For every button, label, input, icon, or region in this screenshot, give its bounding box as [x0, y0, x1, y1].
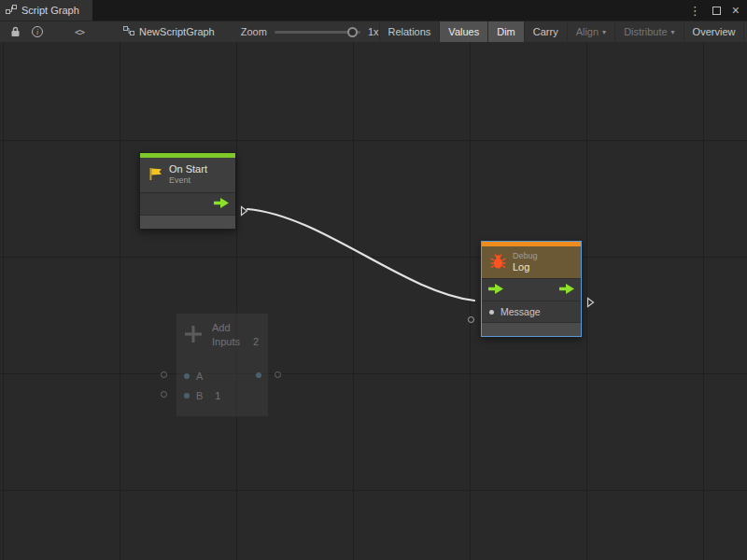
message-port[interactable] — [489, 310, 494, 315]
add-titles: Add Inputs 2 — [212, 322, 259, 347]
close-icon[interactable]: × — [732, 4, 740, 17]
add-port-rows: A B 1 — [176, 366, 268, 405]
port-a-label: A — [196, 371, 203, 382]
graph-name-label: NewScriptGraph — [139, 26, 215, 37]
relations-button[interactable]: Relations — [379, 21, 440, 43]
titlebar-spacer — [92, 0, 689, 21]
log-header: Debug Log — [482, 246, 581, 279]
node-debug-log[interactable]: Debug Log Message — [481, 241, 582, 337]
distribute-label: Distribute — [624, 26, 667, 37]
dim-button[interactable]: Dim — [487, 21, 524, 43]
zoom-slider[interactable] — [275, 31, 360, 34]
port-b-value-field[interactable]: 1 — [215, 390, 220, 401]
fullscreen-button[interactable]: Full S — [743, 21, 747, 43]
align-button[interactable]: Align ▾ — [567, 21, 614, 43]
trigger-row — [482, 279, 581, 301]
value-output-port[interactable] — [256, 372, 261, 378]
toolbar: i <> NewScriptGraph Zoom 1x Relations Va… — [0, 21, 747, 42]
graph-asset-icon — [123, 25, 134, 38]
script-graph-window: Script Graph ⋮ × i <> — [0, 0, 747, 560]
trigger-output-port[interactable] — [559, 284, 574, 296]
message-connector-circle[interactable] — [468, 316, 474, 323]
tab-script-graph[interactable]: Script Graph — [0, 0, 92, 21]
graph-tab-icon — [6, 4, 17, 17]
inputs-row: Inputs 2 — [212, 336, 259, 347]
node-subtitle: Event — [169, 175, 207, 186]
value-connector-circle[interactable] — [161, 371, 167, 378]
code-icon[interactable]: <> — [69, 21, 90, 43]
node-add[interactable]: Add Inputs 2 A B — [176, 313, 269, 417]
maximize-icon[interactable] — [712, 7, 721, 15]
info-icon[interactable]: i — [26, 21, 49, 43]
node-footer — [482, 323, 581, 336]
chevron-down-icon: ▾ — [602, 28, 606, 36]
node-footer — [140, 216, 235, 229]
trigger-connector-triangle[interactable] — [586, 295, 595, 312]
inputs-count-field[interactable]: 2 — [253, 336, 259, 347]
wires-layer — [0, 42, 747, 560]
message-label: Message — [500, 306, 541, 317]
inputs-label: Inputs — [212, 336, 240, 347]
value-connector-circle[interactable] — [275, 371, 281, 378]
message-input-row: Message — [482, 301, 581, 323]
distribute-button[interactable]: Distribute ▾ — [614, 21, 683, 43]
connection-wire[interactable] — [247, 209, 474, 301]
port-row-b: B 1 — [176, 385, 268, 405]
on-start-titles: On Start Event — [169, 163, 207, 186]
graph-name[interactable]: NewScriptGraph — [123, 25, 215, 38]
align-label: Align — [576, 26, 599, 37]
lock-icon[interactable] — [5, 21, 26, 43]
value-input-port-a[interactable] — [184, 373, 190, 379]
node-category: Debug — [513, 251, 538, 261]
trigger-connector-triangle[interactable] — [240, 203, 248, 220]
window-controls: ⋮ × — [689, 0, 747, 21]
node-title: On Start — [169, 163, 207, 175]
on-start-header: On Start Event — [140, 158, 235, 193]
log-titles: Debug Log — [513, 251, 538, 273]
titlebar: Script Graph ⋮ × — [0, 0, 747, 21]
port-row-a: A — [176, 366, 268, 385]
add-header: Add Inputs 2 — [176, 314, 268, 353]
trigger-output-port[interactable] — [214, 198, 229, 210]
node-title: Log — [513, 261, 538, 273]
carry-button[interactable]: Carry — [524, 21, 567, 43]
trigger-output-row — [140, 193, 235, 216]
value-connector-circle[interactable] — [161, 391, 167, 398]
trigger-input-port[interactable] — [488, 284, 503, 296]
graph-canvas[interactable]: On Start Event — [0, 42, 747, 560]
zoom-value: 1x — [368, 26, 379, 37]
overview-button[interactable]: Overview — [684, 21, 744, 43]
port-b-label: B — [196, 390, 203, 401]
zoom-label: Zoom — [241, 26, 267, 37]
node-title: Add — [212, 322, 259, 333]
values-button[interactable]: Values — [439, 21, 487, 43]
plus-icon — [182, 323, 204, 347]
bug-icon — [489, 253, 507, 272]
ghost-add-node-group: Add Inputs 2 A B — [161, 313, 284, 425]
node-on-start[interactable]: On Start Event — [139, 152, 236, 230]
flag-icon — [148, 166, 163, 184]
value-input-port-b[interactable] — [184, 393, 190, 399]
zoom-slider-knob[interactable] — [347, 27, 358, 37]
chevron-down-icon: ▾ — [671, 28, 675, 36]
tab-label: Script Graph — [21, 5, 79, 16]
zoom-control: Zoom 1x — [241, 26, 379, 37]
menu-icon[interactable]: ⋮ — [689, 5, 701, 17]
